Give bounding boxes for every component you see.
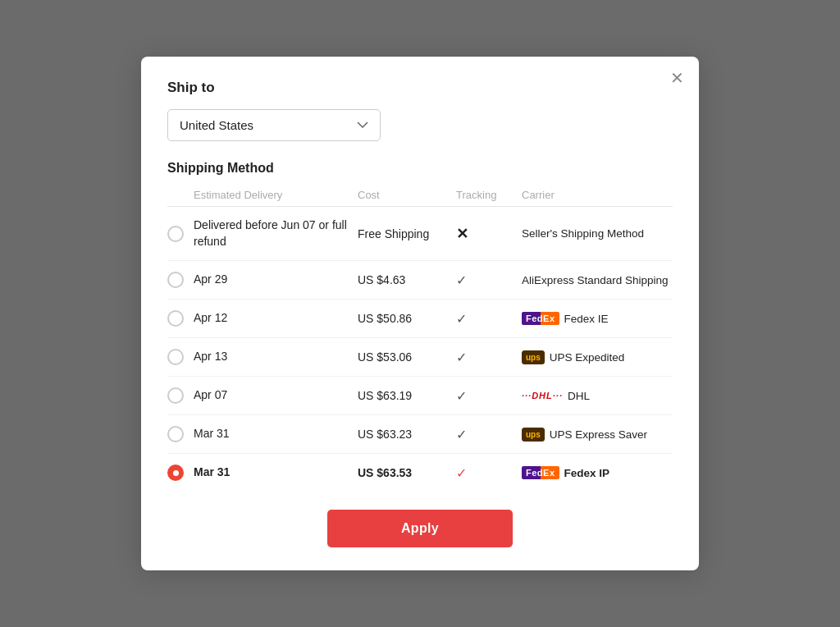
cost: US $53.06	[358, 350, 456, 364]
header-carrier: Carrier	[522, 189, 673, 201]
carrier: AliExpress Standard Shipping	[522, 274, 673, 286]
carrier-name: UPS Expedited	[550, 351, 625, 364]
carrier: Seller's Shipping Method	[522, 227, 673, 240]
shipping-modal: ✕ Ship to United StatesCanadaUnited King…	[141, 57, 699, 570]
tracking-indicator: ✓	[456, 427, 522, 442]
table-header: Estimated Delivery Cost Tracking Carrier	[167, 185, 673, 207]
dhl-logo-icon: ···DHL···	[522, 391, 563, 400]
table-row[interactable]: Apr 29US $4.63✓AliExpress Standard Shipp…	[167, 261, 673, 300]
delivery-date: Apr 13	[194, 349, 358, 365]
apply-button[interactable]: Apply	[327, 510, 513, 547]
delivery-date: Apr 12	[194, 310, 358, 327]
country-select[interactable]: United StatesCanadaUnited KingdomAustral…	[167, 109, 381, 141]
radio-button[interactable]	[167, 349, 184, 365]
cost: US $63.23	[358, 428, 456, 441]
carrier: ···DHL···DHL	[522, 390, 673, 402]
delivery-date: Apr 07	[194, 387, 358, 404]
carrier-name: Fedex IE	[564, 313, 609, 325]
tracking-indicator: ✓	[456, 311, 522, 327]
fedex-logo-icon: FedEx	[522, 312, 559, 325]
carrier: FedExFedex IP	[522, 466, 673, 479]
header-delivery: Estimated Delivery	[194, 189, 358, 201]
carrier-name: Seller's Shipping Method	[522, 227, 644, 240]
delivery-date: Apr 29	[194, 272, 358, 288]
tracking-indicator: ✓	[456, 388, 522, 404]
carrier-name: Fedex IP	[564, 467, 610, 479]
tracking-indicator: ✕	[456, 225, 522, 243]
radio-button[interactable]	[167, 310, 184, 327]
ups-logo-icon: ups	[522, 428, 545, 442]
carrier-name: AliExpress Standard Shipping	[522, 274, 669, 286]
cost: Free Shipping	[358, 227, 456, 240]
fedex-logo-icon: FedEx	[522, 466, 559, 479]
cost: US $4.63	[358, 273, 456, 286]
carrier-name: UPS Express Saver	[550, 428, 647, 441]
tracking-indicator: ✓	[456, 350, 522, 365]
table-row[interactable]: Apr 07US $63.19✓···DHL···DHL	[167, 377, 673, 415]
tracking-indicator: ✓	[456, 272, 522, 288]
carrier: upsUPS Express Saver	[522, 428, 673, 442]
header-cost: Cost	[358, 189, 456, 201]
radio-button[interactable]	[167, 272, 184, 288]
header-tracking: Tracking	[456, 189, 522, 201]
table-row[interactable]: Mar 31US $63.23✓upsUPS Express Saver	[167, 415, 673, 454]
delivery-date: Mar 31	[194, 426, 358, 442]
table-row[interactable]: Mar 31US $63.53✓FedExFedex IP	[167, 454, 673, 492]
table-row[interactable]: Apr 13US $53.06✓upsUPS Expedited	[167, 338, 673, 377]
country-select-wrap: United StatesCanadaUnited KingdomAustral…	[167, 109, 673, 141]
carrier: FedExFedex IE	[522, 312, 673, 325]
tracking-indicator: ✓	[456, 465, 522, 481]
radio-button[interactable]	[167, 426, 184, 442]
radio-button[interactable]	[167, 465, 184, 481]
radio-button[interactable]	[167, 226, 184, 242]
shipping-rows-container: Delivered before Jun 07 or full refundFr…	[167, 207, 673, 492]
cost: US $50.86	[358, 312, 456, 325]
radio-button[interactable]	[167, 387, 184, 404]
close-button[interactable]: ✕	[670, 70, 684, 86]
apply-button-wrap: Apply	[167, 510, 673, 547]
cost: US $63.19	[358, 389, 456, 402]
ups-logo-icon: ups	[522, 350, 545, 364]
cost: US $63.53	[358, 466, 456, 479]
carrier-name: DHL	[568, 390, 590, 402]
header-radio	[167, 189, 194, 201]
shipping-method-title: Shipping Method	[167, 161, 673, 176]
table-row[interactable]: Apr 12US $50.86✓FedExFedex IE	[167, 300, 673, 338]
delivery-date: Mar 31	[194, 465, 358, 481]
delivery-date: Delivered before Jun 07 or full refund	[194, 217, 358, 249]
ship-to-title: Ship to	[167, 80, 673, 96]
table-row[interactable]: Delivered before Jun 07 or full refundFr…	[167, 207, 673, 261]
carrier: upsUPS Expedited	[522, 350, 673, 364]
